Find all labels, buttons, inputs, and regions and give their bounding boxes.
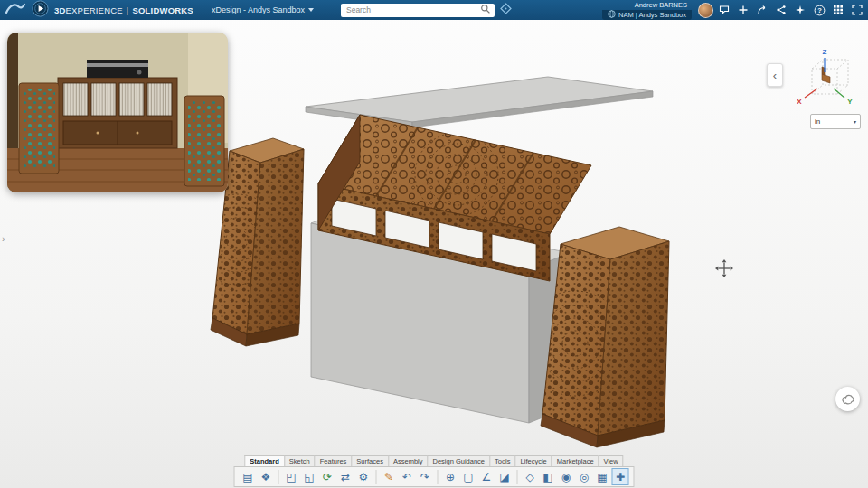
globe-icon: [608, 10, 616, 20]
units-caret-icon: ▾: [854, 118, 856, 125]
settings-icon[interactable]: ⚙: [355, 468, 373, 485]
triad-y-label: Y: [847, 98, 853, 106]
chevron-left-icon[interactable]: ‹: [767, 63, 783, 87]
units-value: in: [815, 117, 820, 126]
triad-z-label: Z: [823, 48, 827, 56]
ribbon-toolbar: ▤❖◰◱⟳⇄⚙✎↶↷⊕▢∠◪◇◧◉◎▦✚: [234, 466, 635, 487]
triad-x-label: X: [797, 98, 802, 106]
brand-3d: 3D: [54, 5, 66, 15]
compass-icon[interactable]: [32, 0, 49, 21]
brand-separator: |: [127, 5, 129, 15]
save-as-icon[interactable]: ◱: [301, 468, 318, 485]
camera-views-icon[interactable]: ◎: [576, 468, 593, 485]
search-bar: [341, 3, 512, 17]
add-icon[interactable]: [735, 2, 751, 18]
pan-cursor-icon: [715, 259, 733, 281]
shaded-view-icon[interactable]: ◧: [540, 468, 557, 485]
undo-icon[interactable]: ↶: [399, 468, 416, 485]
sketch-icon[interactable]: ✎: [381, 468, 398, 485]
top-bar: 3DEXPERIENCE|SOLIDWORKS xDesign - Andys …: [0, 0, 868, 20]
favorites-burst-icon[interactable]: [792, 2, 808, 18]
fullscreen-icon[interactable]: [849, 2, 865, 18]
zoom-fit-icon[interactable]: ▢: [460, 468, 477, 485]
share-arrow-icon[interactable]: [754, 2, 770, 18]
tenant-selector[interactable]: NAM | Andys Sandbox: [602, 10, 692, 20]
component-icon[interactable]: ❖: [258, 468, 275, 485]
app-window: 3DEXPERIENCE|SOLIDWORKS xDesign - Andys …: [0, 0, 868, 488]
share-network-icon[interactable]: [773, 2, 789, 18]
app-title: xDesign - Andys Sandbox: [212, 5, 305, 14]
help-icon[interactable]: ?: [811, 2, 827, 18]
refresh-icon[interactable]: ⟳: [319, 468, 336, 485]
toolbar-separator: [438, 470, 439, 484]
toolbar-separator: [278, 470, 279, 484]
dassault-logo-icon[interactable]: [5, 2, 26, 19]
topbar-left: 3DEXPERIENCE|SOLIDWORKS xDesign - Andys …: [0, 0, 314, 21]
save-icon[interactable]: ◰: [283, 468, 300, 485]
toolbar-separator: [376, 470, 377, 484]
app-title-dropdown[interactable]: xDesign - Andys Sandbox: [212, 5, 314, 14]
transfer-icon[interactable]: ⇄: [337, 468, 354, 485]
panel-expand-chevron-icon[interactable]: ›: [2, 233, 5, 244]
user-name: Andrew BARNES: [635, 1, 692, 10]
view-triad[interactable]: Z X Y: [792, 45, 857, 112]
reference-photo[interactable]: [7, 33, 228, 192]
brand-experience: EXPERIENCE: [66, 5, 123, 15]
product-name: SOLIDWORKS: [132, 5, 193, 15]
svg-text:?: ?: [817, 6, 822, 14]
sketch-assistant-button[interactable]: [835, 387, 860, 411]
user-avatar[interactable]: [698, 3, 713, 18]
apps-grid-icon[interactable]: [830, 2, 846, 18]
measure-icon[interactable]: ∠: [478, 468, 495, 485]
topbar-right: Andrew BARNES NAM | Andys Sandbox: [602, 0, 865, 20]
bookmark-tag-icon[interactable]: [500, 2, 512, 18]
tenant-label: NAM | Andys Sandbox: [618, 11, 686, 19]
section-view-icon[interactable]: ◪: [496, 468, 514, 485]
clipboard-icon[interactable]: ▤: [240, 468, 257, 485]
platform-title: 3DEXPERIENCE|SOLIDWORKS: [54, 5, 193, 15]
units-dropdown[interactable]: in ▾: [810, 114, 861, 129]
hide-show-icon[interactable]: ◉: [558, 468, 575, 485]
zoom-in-icon[interactable]: ⊕: [442, 468, 459, 485]
search-input[interactable]: [341, 4, 495, 17]
chevron-down-icon: [308, 8, 314, 12]
orientation-icon[interactable]: ◇: [522, 468, 539, 485]
toolbar-separator: [517, 470, 518, 484]
redo-icon[interactable]: ↷: [417, 468, 434, 485]
search-icon[interactable]: [480, 2, 491, 18]
display-modes-icon[interactable]: ▦: [594, 468, 611, 485]
user-info[interactable]: Andrew BARNES NAM | Andys Sandbox: [602, 1, 692, 20]
exploded-view-icon[interactable]: ✚: [612, 468, 629, 485]
chat-icon[interactable]: [716, 2, 732, 18]
